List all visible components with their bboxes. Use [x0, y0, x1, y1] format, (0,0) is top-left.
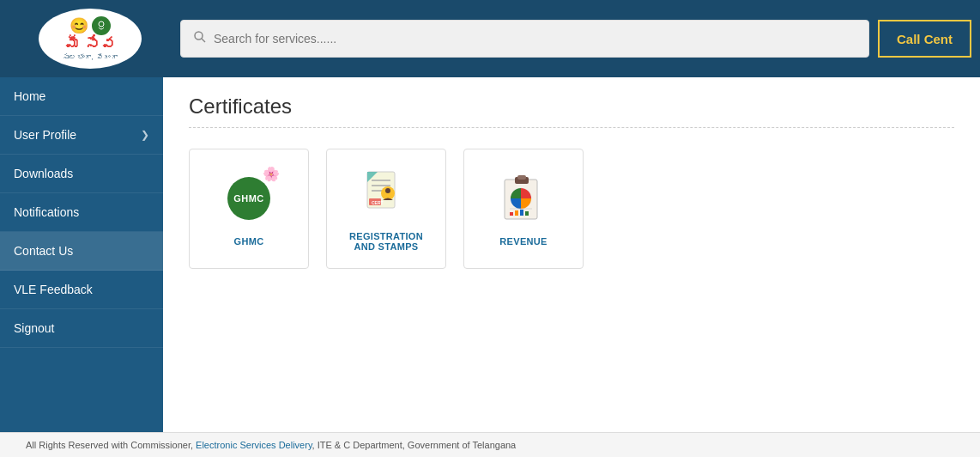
cards-grid: 🌸 GHMC GHMC	[189, 149, 954, 269]
sidebar-item-signout[interactable]: Signout	[0, 309, 163, 348]
logo-text-main: మీ సేవ	[65, 35, 115, 53]
sidebar-item-downloads[interactable]: Downloads	[0, 155, 163, 193]
search-bar	[180, 20, 869, 58]
sidebar-item-home-label: Home	[14, 89, 45, 103]
sidebar-item-user-profile[interactable]: User Profile ❯	[0, 116, 163, 155]
flower-icon: 🌸	[263, 166, 280, 182]
search-container	[172, 20, 878, 58]
sidebar-item-downloads-label: Downloads	[14, 167, 73, 180]
search-input[interactable]	[214, 32, 856, 46]
svg-point-1	[195, 32, 203, 40]
section-divider	[189, 127, 954, 128]
card-revenue[interactable]: REVENUE	[463, 149, 584, 269]
chevron-right-icon: ❯	[141, 129, 149, 141]
svg-point-0	[99, 21, 104, 27]
logo-top: 😊	[70, 16, 111, 35]
revenue-icon	[496, 171, 551, 226]
svg-text:CERT: CERT	[372, 200, 384, 205]
ghmc-icon: 🌸 GHMC	[221, 171, 276, 226]
svg-rect-19	[525, 211, 529, 216]
content-area: Certificates 🌸 GHMC GHMC	[163, 77, 980, 432]
logo-container: 😊 మీ సేవ సులభంగా, వేగంగా	[9, 9, 172, 69]
sidebar-item-notifications-label: Notifications	[14, 205, 79, 219]
sidebar-item-signout-label: Signout	[14, 321, 54, 335]
sidebar-item-vle-feedback-label: VLE Feedback	[14, 283, 93, 296]
sidebar-item-contact-us-label: Contact Us	[14, 244, 73, 258]
sidebar: Home User Profile ❯ Downloads Notificati…	[0, 77, 163, 432]
logo: 😊 మీ సేవ సులభంగా, వేగంగా	[39, 9, 142, 69]
sidebar-item-notifications[interactable]: Notifications	[0, 193, 163, 232]
sidebar-item-contact-us[interactable]: Contact Us	[0, 232, 163, 271]
page-title: Certificates	[189, 94, 954, 119]
card-registration-stamps[interactable]: CERT REGISTRATION AND STAMPS	[326, 149, 446, 269]
logo-emblem	[92, 16, 111, 35]
svg-point-9	[385, 188, 390, 193]
footer-text-after: , ITE & C Department, Government of Tela…	[312, 440, 517, 450]
card-revenue-label: REVENUE	[499, 236, 547, 247]
svg-line-2	[202, 39, 205, 42]
main-layout: Home User Profile ❯ Downloads Notificati…	[0, 77, 980, 432]
header: 😊 మీ సేవ సులభంగా, వేగంగా	[0, 0, 980, 77]
svg-rect-18	[520, 210, 523, 216]
card-ghmc-label: GHMC	[234, 236, 264, 247]
registration-icon: CERT	[359, 166, 414, 221]
search-icon	[193, 30, 207, 47]
svg-rect-14	[517, 175, 526, 180]
logo-text-sub: సులభంగా, వేగంగా	[63, 53, 118, 61]
footer-link[interactable]: Electronic Services Delivery	[196, 440, 312, 450]
card-ghmc[interactable]: 🌸 GHMC GHMC	[189, 149, 309, 269]
ghmc-circle: GHMC	[227, 177, 270, 220]
call-center-button[interactable]: Call Cent	[878, 20, 971, 58]
sidebar-item-user-profile-label: User Profile	[14, 128, 76, 142]
svg-rect-16	[510, 212, 513, 216]
svg-rect-17	[515, 210, 518, 216]
footer-text-before: All Rights Reserved with Commissioner,	[26, 440, 196, 450]
footer: All Rights Reserved with Commissioner, E…	[0, 432, 980, 457]
card-registration-label: REGISTRATION AND STAMPS	[349, 231, 423, 252]
logo-face-icon: 😊	[70, 16, 88, 35]
sidebar-item-vle-feedback[interactable]: VLE Feedback	[0, 271, 163, 309]
sidebar-item-home[interactable]: Home	[0, 77, 163, 116]
